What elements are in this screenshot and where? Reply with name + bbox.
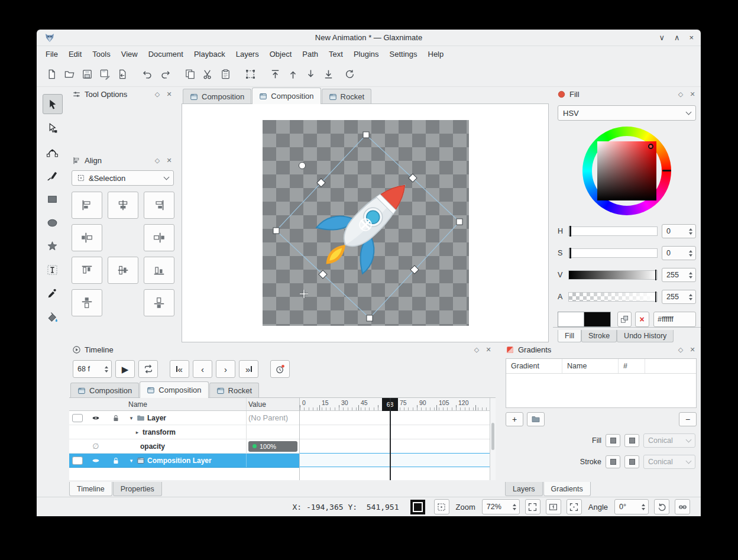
collapse-arrow-icon[interactable]: ▾ xyxy=(128,458,134,464)
align-relative-to-select[interactable]: &Selection xyxy=(72,170,174,186)
collapse-arrow-icon[interactable]: ▾ xyxy=(128,415,134,421)
spin-up-icon[interactable] xyxy=(689,294,692,296)
stroke-gradient-toggle-2[interactable] xyxy=(624,455,639,468)
select-all-button[interactable] xyxy=(241,66,259,83)
previous-frame-button[interactable]: ‹ xyxy=(193,360,212,378)
select-tool-button[interactable] xyxy=(43,94,63,114)
slider-handle[interactable] xyxy=(569,248,571,258)
layer-row[interactable]: ▾ Layer (No Parent) xyxy=(69,411,299,425)
paste-button[interactable] xyxy=(216,66,234,83)
float-panel-icon[interactable]: ◇ xyxy=(472,346,481,354)
timeline-tab-rocket[interactable]: Rocket xyxy=(209,383,259,398)
float-panel-icon[interactable]: ◇ xyxy=(153,90,161,98)
close-panel-icon[interactable]: ✕ xyxy=(688,90,697,98)
spin-down-icon[interactable] xyxy=(105,370,108,373)
hue-selector[interactable] xyxy=(662,170,671,171)
canvas-options-button[interactable] xyxy=(434,499,449,514)
slider-handle[interactable] xyxy=(569,226,571,237)
star-tool-button[interactable] xyxy=(43,236,63,256)
scrollbar-thumb[interactable] xyxy=(491,423,494,450)
open-file-button[interactable] xyxy=(60,66,78,83)
align-outside-bottom-button[interactable] xyxy=(144,289,174,316)
frame-spinbox[interactable]: 68 f xyxy=(73,360,112,378)
alpha-spinbox[interactable]: 255 xyxy=(662,290,696,304)
reset-rotation-button[interactable] xyxy=(654,499,669,514)
clear-color-button[interactable]: × xyxy=(635,312,649,327)
tab-stroke[interactable]: Stroke xyxy=(581,330,617,342)
play-button[interactable]: ▶ xyxy=(115,360,135,378)
remove-gradient-button[interactable]: − xyxy=(679,412,697,426)
zoom-spinbox[interactable]: 72% xyxy=(482,499,520,514)
scale-handle-bottom[interactable] xyxy=(367,315,373,321)
stroke-gradient-type-select[interactable]: Conical xyxy=(643,455,695,469)
sv-selector[interactable] xyxy=(648,144,653,149)
primary-color-swatch[interactable] xyxy=(558,312,584,327)
menu-help[interactable]: Help xyxy=(423,47,449,61)
rotation-handle[interactable] xyxy=(299,163,306,169)
copy-button[interactable] xyxy=(181,66,199,83)
color-wheel[interactable] xyxy=(582,127,671,215)
edit-nodes-tool-button[interactable] xyxy=(43,118,63,138)
titlebar[interactable]: New Animation * — Glaxnimate ∨ ∧ × xyxy=(37,30,701,46)
close-button[interactable]: × xyxy=(689,33,694,42)
spin-up-icon[interactable] xyxy=(689,228,692,231)
fill-gradient-toggle-1[interactable] xyxy=(606,434,620,447)
gradient-column-header[interactable]: Gradient xyxy=(506,359,562,373)
revert-button[interactable] xyxy=(114,66,131,83)
cut-button[interactable] xyxy=(199,66,216,83)
frame-ruler[interactable]: 0 15 30 45 75 90 105 120 68 xyxy=(300,398,490,411)
align-left-button[interactable] xyxy=(72,192,102,219)
dock-tab-gradients[interactable]: Gradients xyxy=(543,482,591,496)
spin-down-icon[interactable] xyxy=(689,298,692,300)
flip-view-button[interactable] xyxy=(675,499,690,514)
menu-tools[interactable]: Tools xyxy=(87,47,115,61)
timeline-tab-composition-1[interactable]: Composition xyxy=(70,383,139,398)
composition-layer-row[interactable]: ▾ Composition Layer xyxy=(69,454,299,468)
timeline-tab-composition-2[interactable]: Composition xyxy=(140,381,208,398)
align-outside-top-button[interactable] xyxy=(72,289,102,316)
next-frame-button[interactable]: › xyxy=(216,360,235,378)
close-panel-icon[interactable]: ✕ xyxy=(165,90,173,98)
value-slider[interactable] xyxy=(568,270,658,280)
color-model-select[interactable]: HSV xyxy=(558,105,696,121)
lock-icon[interactable] xyxy=(112,414,120,422)
menu-file[interactable]: File xyxy=(40,47,63,61)
swap-colors-button[interactable] xyxy=(617,312,632,327)
tab-rocket[interactable]: Rocket xyxy=(322,89,371,104)
secondary-color-swatch[interactable] xyxy=(584,312,611,327)
align-outside-left-button[interactable] xyxy=(72,224,102,251)
update-button[interactable] xyxy=(341,66,358,83)
track-row[interactable] xyxy=(300,411,490,425)
menu-document[interactable]: Document xyxy=(143,47,189,61)
close-panel-icon[interactable]: ✕ xyxy=(165,157,173,164)
scale-handle-right[interactable] xyxy=(457,219,462,225)
spin-down-icon[interactable] xyxy=(642,508,645,510)
float-panel-icon[interactable]: ◇ xyxy=(676,90,685,98)
align-vcenter-button[interactable] xyxy=(108,257,138,284)
hue-spinbox[interactable]: 0 xyxy=(662,224,696,238)
value-column-header[interactable]: Value xyxy=(248,400,266,409)
undo-button[interactable] xyxy=(138,66,156,83)
layer-color-swatch[interactable] xyxy=(72,457,83,465)
align-outside-right-button[interactable] xyxy=(144,224,174,251)
transform-row[interactable]: ▸ transform xyxy=(69,425,299,439)
canvas-viewport[interactable] xyxy=(182,103,549,342)
minimize-button[interactable]: ∨ xyxy=(659,33,665,42)
playhead[interactable] xyxy=(390,398,391,480)
menu-path[interactable]: Path xyxy=(297,47,323,61)
layer-color-swatch[interactable] xyxy=(72,414,83,422)
menu-object[interactable]: Object xyxy=(264,47,297,61)
current-color-indicator[interactable] xyxy=(410,500,425,514)
raise-button[interactable] xyxy=(284,66,302,83)
menu-plugins[interactable]: Plugins xyxy=(348,47,384,61)
spin-down-icon[interactable] xyxy=(689,232,692,235)
lower-to-bottom-button[interactable] xyxy=(319,66,337,83)
color-picker-tool-button[interactable] xyxy=(43,283,63,303)
dock-tab-layers[interactable]: Layers xyxy=(505,482,543,496)
menu-view[interactable]: View xyxy=(116,47,143,61)
menu-playback[interactable]: Playback xyxy=(189,47,231,61)
saturation-spinbox[interactable]: 0 xyxy=(662,246,696,260)
tab-composition-1[interactable]: Composition xyxy=(183,89,251,104)
float-panel-icon[interactable]: ◇ xyxy=(676,346,685,354)
spin-up-icon[interactable] xyxy=(689,272,692,274)
